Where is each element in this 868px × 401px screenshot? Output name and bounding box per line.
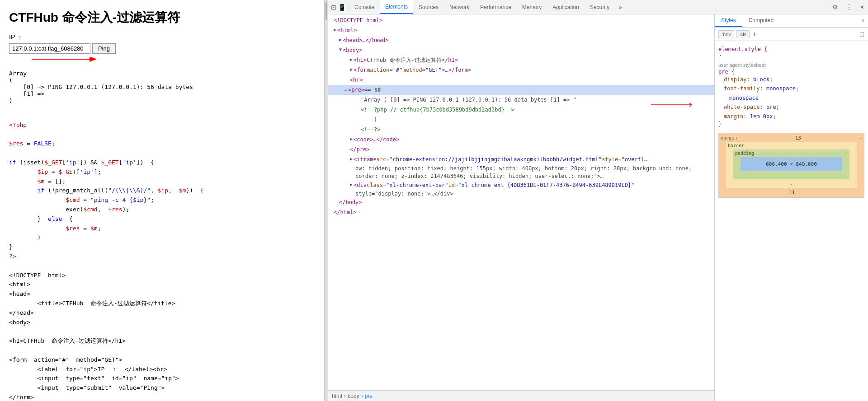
dom-tree: <!DOCTYPE html> ▶ <html> ▶ <head>…</head… — [328, 14, 714, 390]
flag-arrow — [651, 100, 705, 109]
margin-bottom-val: 13 — [788, 190, 794, 196]
box-model: margin 13 - border - — [718, 133, 864, 198]
ip-input-row: Ping — [9, 43, 315, 54]
expand-styles-icon[interactable]: » — [858, 14, 868, 27]
scroll-thumb — [326, 2, 327, 20]
breadcrumb-html[interactable]: html — [332, 393, 342, 399]
breadcrumb-pre[interactable]: pre — [365, 393, 373, 399]
padding-label: padding — [735, 151, 754, 156]
border-box: border - padding - — [726, 142, 857, 188]
breadcrumb-body[interactable]: body — [348, 393, 359, 399]
php-source: <?php $res = FALSE; if (isset($_GET['ip'… — [9, 111, 315, 401]
ping-button[interactable]: Ping — [92, 43, 116, 54]
cursor-icon[interactable]: ⊡ — [331, 4, 336, 11]
webpage-panel: CTFHub 命令注入-过滤运算符 IP ： Ping — [0, 0, 325, 401]
padding-box: padding - 686.400 × 849.600 - — [733, 149, 849, 179]
margin-box: margin 13 - border - — [719, 133, 864, 197]
ip-label: IP ： — [9, 33, 315, 42]
style-font-family: font-family: monospace; — [724, 84, 864, 93]
hov-button[interactable]: :hov — [718, 30, 734, 38]
style-display: display: block; — [724, 75, 864, 84]
margin-top-val: 13 — [795, 135, 801, 141]
dom-node-html[interactable]: ▶ <html> — [328, 25, 714, 35]
more-tabs-icon[interactable]: » — [615, 4, 626, 11]
expand-rules-icon[interactable]: ◫ — [859, 31, 864, 37]
dom-node-hr[interactable]: <hr> — [328, 75, 714, 85]
dom-node-iframe-cont: ow: hidden; position: fixed; height: 155… — [328, 164, 714, 180]
dom-node-pre[interactable]: … <pre> == $0 — [328, 85, 714, 95]
dom-breadcrumb: html › body › pre — [328, 390, 714, 401]
settings-icon[interactable]: ⚙ — [829, 4, 842, 11]
style-margin: margin: 1em 0px; — [724, 112, 864, 121]
mobile-icon[interactable]: 📱 — [338, 4, 346, 11]
dom-node-head[interactable]: ▶ <head>…</head> — [328, 35, 714, 45]
tab-memory[interactable]: Memory — [517, 0, 547, 14]
tab-network[interactable]: Network — [444, 0, 475, 14]
dom-node-code[interactable]: ▶ <code>…</code> — [328, 135, 714, 145]
styles-panel: Styles Computed » :hov .cls + ◫ — [714, 14, 868, 401]
style-font-family-2: monospace — [724, 93, 864, 103]
dom-node-h1[interactable]: ▶ <h1>CTFHub 命令注入-过滤运算符</h1> — [328, 55, 714, 65]
user-agent-stylesheet-section: user agent stylesheet pre { display: blo… — [718, 62, 864, 127]
tab-elements[interactable]: Elements — [380, 0, 413, 14]
page-heading: CTFHub 命令注入-过滤运算符 — [9, 9, 315, 26]
dom-node-comment2[interactable]: <!--?> — [328, 125, 714, 135]
tab-security[interactable]: Security — [585, 0, 615, 14]
dom-node-body[interactable]: ▼ <body> — [328, 45, 714, 55]
close-devtools-icon[interactable]: ✕ — [856, 4, 868, 10]
padding-bottom-val: - — [790, 173, 793, 178]
dom-node-doctype[interactable]: <!DOCTYPE html> — [328, 15, 714, 25]
border-bottom-val: - — [790, 181, 793, 187]
border-val: - — [852, 143, 855, 149]
tab-performance[interactable]: Performance — [475, 0, 517, 14]
styles-computed-tabs: Styles Computed » — [715, 14, 868, 28]
border-label: border — [728, 143, 744, 148]
resize-handle[interactable] — [325, 0, 328, 401]
command-output: Array ( [0] => PING 127.0.0.1 (127.0.0.1… — [9, 70, 315, 104]
tab-application[interactable]: Application — [547, 0, 585, 14]
dom-node-body-close[interactable]: </body> — [328, 197, 714, 207]
tab-sources[interactable]: Sources — [413, 0, 444, 14]
more-options-icon[interactable]: ⋮ — [842, 3, 856, 11]
dom-node-form[interactable]: ▶ <form action="#" method="GET" >…</form… — [328, 65, 714, 75]
tab-computed[interactable]: Computed — [742, 14, 780, 27]
cls-button[interactable]: .cls — [736, 30, 750, 38]
dom-node-iframe[interactable]: ▶ <iframe src="chrome-extension://jajilb… — [328, 154, 714, 164]
tab-console[interactable]: Console — [349, 0, 380, 14]
dom-node-div-chrome[interactable]: ▶ <div class="xl-chrome-ext-bar" id="xl_… — [328, 180, 714, 190]
devtools-top-tabs: ⊡ 📱 Console Elements Sources Network Per… — [328, 0, 868, 14]
stylesheet-source-label: user agent stylesheet — [718, 62, 864, 68]
content-size: 686.400 × 849.600 — [766, 161, 817, 167]
dom-node-div-chrome-cont: style="display: none;">…</div> — [328, 190, 714, 198]
dom-node-pre-close[interactable]: </pre> — [328, 145, 714, 154]
tab-styles[interactable]: Styles — [715, 14, 742, 27]
style-filter-row: :hov .cls + ◫ — [715, 28, 868, 41]
element-style-section: element.style { } — [718, 46, 864, 59]
margin-right-val: - — [859, 135, 862, 141]
add-style-icon[interactable]: + — [752, 30, 756, 38]
margin-label: margin — [721, 135, 737, 140]
content-box: 686.400 × 849.600 — [741, 157, 842, 171]
ip-input[interactable] — [9, 43, 90, 54]
dom-node-comment-flag[interactable]: <!--?php // ctfhub{7b73c0bd3589bd9dbd2ad… — [328, 105, 714, 115]
style-white-space: white-space: pre; — [724, 103, 864, 112]
dom-node-text2[interactable]: ) — [328, 115, 714, 125]
padding-val: - — [844, 150, 848, 156]
annotation-arrow — [23, 57, 113, 68]
styles-content: element.style { } user agent stylesheet … — [715, 43, 868, 401]
dom-node-html-close[interactable]: </html> — [328, 207, 714, 217]
